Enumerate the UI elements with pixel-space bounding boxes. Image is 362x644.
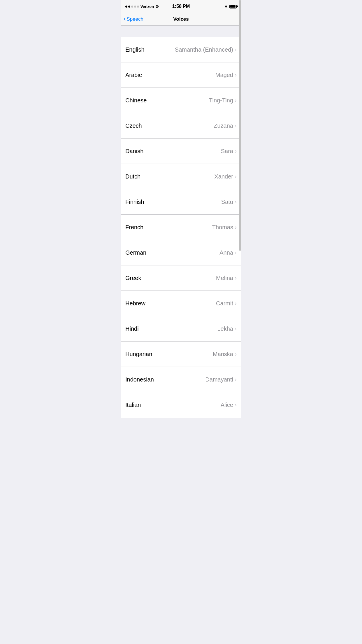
list-item-right: Damayanti› — [205, 376, 237, 383]
voice-label: Melina — [216, 275, 233, 281]
language-label: Indonesian — [125, 376, 154, 383]
nav-back-button[interactable]: ‹ Speech — [124, 16, 143, 22]
scrollbar-thumb[interactable] — [239, 0, 241, 251]
chevron-right-icon: › — [235, 123, 237, 129]
language-label: Dutch — [125, 173, 140, 180]
chevron-right-icon: › — [235, 148, 237, 154]
language-label: Chinese — [125, 97, 147, 104]
list-item-right: Mariska› — [213, 351, 237, 358]
chevron-right-icon: › — [235, 47, 237, 53]
status-bar-right: ✱ — [224, 4, 237, 9]
list-item-right: Carmit› — [216, 300, 237, 307]
list-item-right: Alice› — [221, 402, 237, 408]
chevron-right-icon: › — [235, 224, 237, 230]
nav-bar: ‹ Speech Voices — [121, 13, 241, 26]
wifi-icon: ⊜ — [155, 4, 159, 9]
list-item-right: Zuzana› — [214, 123, 237, 129]
language-label: Italian — [125, 402, 141, 408]
list-item[interactable]: DanishSara› — [121, 139, 241, 164]
voice-label: Zuzana — [214, 123, 233, 129]
voices-list: EnglishSamantha (Enhanced)›ArabicMaged›C… — [121, 37, 241, 418]
voice-label: Damayanti — [205, 376, 233, 383]
chevron-right-icon: › — [235, 275, 237, 281]
battery-fill — [230, 5, 236, 8]
list-item-right: Melina› — [216, 275, 237, 281]
status-bar: Verizon ⊜ 1:58 PM ✱ — [121, 0, 241, 13]
list-item-right: Sara› — [221, 148, 237, 155]
chevron-right-icon: › — [235, 300, 237, 307]
signal-dot-1 — [125, 6, 127, 8]
bluetooth-icon: ✱ — [224, 4, 228, 9]
voice-label: Mariska — [213, 351, 233, 358]
voice-label: Ting-Ting — [209, 97, 233, 104]
nav-back-label: Speech — [126, 16, 143, 22]
nav-title: Voices — [173, 16, 189, 22]
chevron-right-icon: › — [235, 199, 237, 205]
list-item[interactable]: HindiLekha› — [121, 316, 241, 342]
list-item-right: Anna› — [219, 249, 237, 256]
chevron-right-icon: › — [235, 97, 237, 104]
status-bar-left: Verizon ⊜ — [125, 4, 154, 9]
language-label: Hungarian — [125, 351, 152, 358]
list-item-right: Satu› — [221, 199, 237, 205]
carrier-label: Verizon — [140, 4, 154, 9]
voice-label: Sara — [221, 148, 233, 155]
battery-indicator — [229, 5, 237, 8]
language-label: German — [125, 249, 146, 256]
list-item-right: Samantha (Enhanced)› — [175, 46, 237, 53]
signal-dot-3 — [131, 6, 133, 8]
chevron-right-icon: › — [235, 326, 237, 332]
list-item[interactable]: FrenchThomas› — [121, 215, 241, 240]
chevron-right-icon: › — [235, 402, 237, 408]
list-item[interactable]: CzechZuzana› — [121, 113, 241, 139]
list-item-right: Ting-Ting› — [209, 97, 237, 104]
list-item[interactable]: HebrewCarmit› — [121, 291, 241, 316]
list-item[interactable]: GermanAnna› — [121, 240, 241, 265]
list-item[interactable]: EnglishSamantha (Enhanced)› — [121, 37, 241, 62]
language-label: Finnish — [125, 199, 144, 205]
signal-dots — [125, 6, 139, 8]
list-item[interactable]: ArabicMaged› — [121, 62, 241, 88]
list-item[interactable]: HungarianMariska› — [121, 342, 241, 367]
voice-label: Maged — [215, 72, 233, 78]
language-label: Hindi — [125, 326, 139, 332]
language-label: Hebrew — [125, 300, 145, 307]
list-item-right: Thomas› — [212, 224, 237, 231]
voice-label: Xander — [215, 173, 233, 180]
voice-label: Anna — [219, 249, 233, 256]
voice-label: Alice — [221, 402, 233, 408]
signal-dot-4 — [134, 6, 136, 8]
language-label: Czech — [125, 123, 142, 129]
list-item-right: Lekha› — [217, 326, 237, 332]
back-chevron-icon: ‹ — [124, 16, 126, 22]
list-item[interactable]: FinnishSatu› — [121, 189, 241, 215]
chevron-right-icon: › — [235, 351, 237, 357]
list-items: EnglishSamantha (Enhanced)›ArabicMaged›C… — [121, 37, 241, 418]
language-label: Greek — [125, 275, 141, 281]
list-item-right: Maged› — [215, 72, 237, 78]
section-header — [121, 26, 241, 37]
signal-dot-2 — [128, 6, 130, 8]
battery-icon — [229, 5, 237, 8]
list-item[interactable]: IndonesianDamayanti› — [121, 367, 241, 392]
list-item[interactable]: DutchXander› — [121, 164, 241, 189]
language-label: English — [125, 46, 145, 53]
status-bar-time: 1:58 PM — [172, 4, 190, 9]
list-item[interactable]: ChineseTing-Ting› — [121, 88, 241, 113]
voice-label: Satu — [221, 199, 233, 205]
signal-dot-5 — [137, 6, 139, 8]
scrollbar-track[interactable] — [239, 0, 241, 418]
language-label: Arabic — [125, 72, 142, 78]
list-item[interactable]: GreekMelina› — [121, 265, 241, 291]
list-item[interactable]: ItalianAlice› — [121, 392, 241, 418]
voice-label: Carmit — [216, 300, 233, 307]
list-item-right: Xander› — [215, 173, 237, 180]
chevron-right-icon: › — [235, 377, 237, 383]
voice-label: Lekha — [217, 326, 233, 332]
chevron-right-icon: › — [235, 174, 237, 180]
language-label: Danish — [125, 148, 143, 155]
voice-label: Samantha (Enhanced) — [175, 46, 233, 53]
language-label: French — [125, 224, 143, 231]
chevron-right-icon: › — [235, 250, 237, 256]
chevron-right-icon: › — [235, 72, 237, 78]
